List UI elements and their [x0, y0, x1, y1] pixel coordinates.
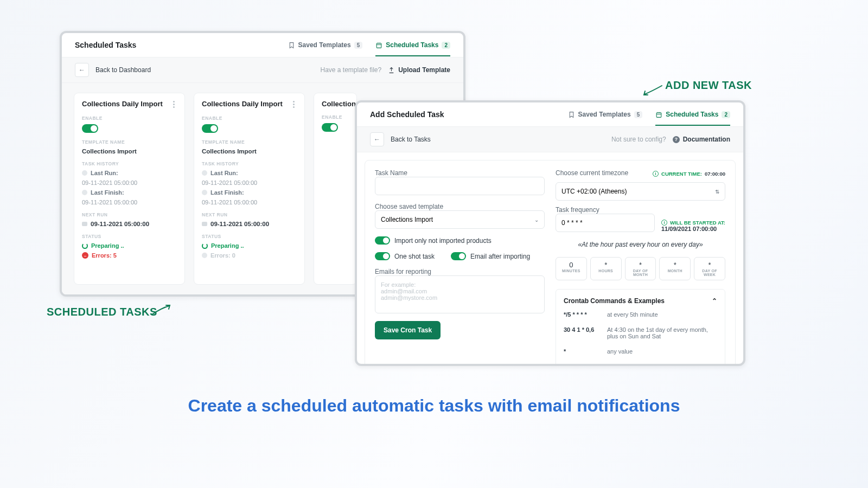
oneshot-toggle[interactable] — [375, 252, 390, 260]
tab-scheduled-tasks[interactable]: Scheduled Tasks 2 — [375, 41, 450, 56]
back-button[interactable]: ← — [370, 132, 384, 146]
spinner-icon — [82, 243, 88, 249]
arrow-icon — [151, 304, 173, 317]
cron-description: «At the hour past every hour on every da… — [556, 241, 725, 248]
template-select[interactable]: Collections Import ⌄ — [375, 210, 545, 229]
card-menu-button[interactable] — [171, 100, 177, 109]
card-title: Collections Daily Import — [82, 100, 171, 108]
chevron-updown-icon: ⇅ — [715, 189, 719, 195]
briefcase-icon — [82, 222, 87, 226]
svg-rect-0 — [376, 43, 381, 48]
arrow-icon — [641, 84, 663, 97]
chevron-up-icon: ⌃ — [712, 297, 717, 305]
enable-toggle[interactable] — [202, 124, 218, 133]
clock-icon — [82, 190, 87, 195]
cron-input[interactable] — [556, 214, 655, 232]
template-name: Collections Import — [82, 148, 177, 155]
panel-title: Scheduled Tasks — [75, 41, 288, 49]
emails-textarea[interactable]: For example: admin@mail.com admin@mystor… — [375, 275, 545, 313]
task-name-input[interactable] — [375, 177, 545, 195]
tab-saved-templates[interactable]: Saved Templates 5 — [288, 41, 363, 56]
panel-header: Scheduled Tasks Saved Templates 5 Schedu… — [62, 33, 463, 57]
task-card: Collections Daily Import ENABLE — [314, 93, 357, 285]
calendar-icon — [375, 42, 382, 49]
svg-rect-1 — [656, 112, 661, 117]
task-card: Collections Daily Import ENABLE TEMPLATE… — [194, 93, 305, 285]
back-label[interactable]: Back to Dashboard — [95, 66, 151, 74]
tagline: Create a scheduled automatic tasks with … — [0, 396, 868, 416]
email-toggle[interactable] — [451, 252, 466, 260]
tab-scheduled-tasks[interactable]: Scheduled Tasks 2 — [655, 111, 730, 126]
back-button[interactable]: ← — [75, 63, 89, 77]
clock-icon — [82, 170, 87, 176]
annotation-left: SCHEDULED TASKS — [47, 306, 157, 318]
chevron-down-icon: ⌄ — [534, 217, 539, 223]
bookmark-icon — [568, 111, 575, 118]
info-icon: i — [661, 220, 667, 226]
annotation-right: ADD NEW TASK — [665, 79, 752, 92]
task-card: Collections Daily Import ENABLE TEMPLATE… — [74, 93, 185, 285]
card-menu-button[interactable] — [291, 100, 297, 109]
add-task-panel: Add Scheduled Task Saved Templates 5 Sch… — [355, 100, 745, 366]
current-time-chip: i CURRENT TIME: 07:00:00 — [653, 171, 725, 177]
upload-icon — [388, 67, 395, 74]
upload-template-button[interactable]: Upload Template — [388, 66, 450, 74]
enable-toggle[interactable] — [82, 124, 98, 133]
timezone-select[interactable]: UTC +02:00 (Atheens) ⇅ — [556, 182, 725, 201]
info-icon: i — [653, 171, 659, 177]
tab-saved-templates[interactable]: Saved Templates 5 — [568, 111, 643, 126]
save-cron-button[interactable]: Save Cron Task — [375, 321, 441, 339]
calendar-icon — [655, 111, 662, 118]
error-icon: – — [82, 252, 88, 259]
help-icon: ? — [673, 136, 680, 143]
documentation-link[interactable]: ? Documentation — [673, 136, 730, 143]
cron-breakdown: 0MINUTES *HOURS *DAY OF MONTH *MONTH *DA… — [556, 257, 725, 280]
back-label[interactable]: Back to Tasks — [391, 136, 431, 143]
bookmark-icon — [288, 42, 295, 49]
upload-hint: Have a template file? — [320, 66, 381, 74]
add-task-title: Add Scheduled Task — [370, 110, 568, 119]
import-toggle[interactable] — [375, 236, 390, 245]
examples-accordion[interactable]: Crontab Commands & Examples ⌃ */5 * * * … — [556, 289, 725, 366]
